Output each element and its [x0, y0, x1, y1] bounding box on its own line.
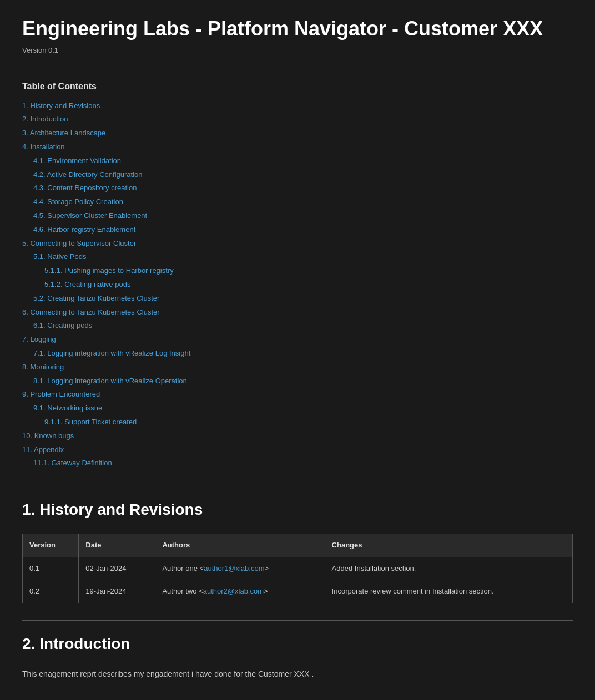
col-date: Date — [79, 534, 155, 557]
toc-item: 4.5. Supervisor Cluster Enablement — [22, 209, 573, 222]
toc-item: 5.1. Native Pods — [22, 250, 573, 263]
history-heading: 1. History and Revisions — [22, 498, 573, 523]
title-divider — [22, 68, 573, 68]
cell-version: 0.1 — [23, 557, 79, 580]
toc-item: 1. History and Revisions — [22, 99, 573, 112]
toc-link[interactable]: 4.1. Environment Validation — [33, 156, 121, 165]
cell-date: 19-Jan-2024 — [79, 580, 155, 603]
author-email-link[interactable]: author1@xlab.com — [204, 564, 264, 572]
history-intro-divider — [22, 620, 573, 621]
col-version: Version — [23, 534, 79, 557]
section-history: 1. History and Revisions Version Date Au… — [22, 498, 573, 603]
toc-item: 11. Appendix — [22, 443, 573, 456]
toc-link[interactable]: 2. Introduction — [22, 115, 68, 123]
toc-item: 10. Known bugs — [22, 429, 573, 442]
toc-link[interactable]: 8. Monitoring — [22, 363, 64, 371]
toc-item: 4.2. Active Directory Configuration — [22, 168, 573, 181]
cell-version: 0.2 — [23, 580, 79, 603]
toc-item: 8.1. Logging integration with vRealize O… — [22, 374, 573, 387]
section-introduction: 2. Introduction This enagement reprt des… — [22, 632, 573, 680]
toc-item: 6. Connecting to Tanzu Kubernetes Cluste… — [22, 306, 573, 318]
toc-section-divider — [22, 486, 573, 486]
toc-link[interactable]: 7.1. Logging integration with vRealize L… — [33, 349, 190, 357]
toc-item: 9. Problem Encountered — [22, 388, 573, 400]
toc-link[interactable]: 3. Architecture Landscape — [22, 129, 105, 137]
toc-link[interactable]: 4. Installation — [22, 143, 65, 151]
toc-item: 4.3. Content Repository creation — [22, 181, 573, 194]
toc-list: 1. History and Revisions2. Introduction3… — [22, 99, 573, 470]
toc-item: 6.1. Creating pods — [22, 319, 573, 332]
document-version: Version 0.1 — [22, 45, 573, 57]
toc-link[interactable]: 9. Problem Encountered — [22, 390, 100, 398]
toc-link[interactable]: 11.1. Gateway Definition — [33, 459, 112, 467]
toc-link[interactable]: 4.6. Harbor registry Enablement — [33, 225, 135, 234]
toc-item: 4.6. Harbor registry Enablement — [22, 223, 573, 236]
toc-link[interactable]: 4.3. Content Repository creation — [33, 184, 137, 192]
toc-item: 5.1.1. Pushing images to Harbor registry — [22, 264, 573, 277]
toc-link[interactable]: 5.1.1. Pushing images to Harbor registry — [44, 266, 174, 275]
toc-item: 5.2. Creating Tanzu Kubernetes Cluster — [22, 292, 573, 305]
toc-link[interactable]: 5. Connecting to Supervisor Cluster — [22, 239, 136, 247]
toc-link[interactable]: 10. Known bugs — [22, 432, 74, 440]
toc-link[interactable]: 9.1.1. Support Ticket created — [44, 418, 137, 426]
toc-item: 8. Monitoring — [22, 361, 573, 373]
toc-item: 9.1. Networking issue — [22, 402, 573, 414]
toc-item: 4.1. Environment Validation — [22, 154, 573, 167]
introduction-heading: 2. Introduction — [22, 632, 573, 657]
toc-link[interactable]: 5.1.2. Creating native pods — [44, 280, 130, 288]
col-changes: Changes — [325, 534, 572, 557]
toc-item: 4.4. Storage Policy Creation — [22, 195, 573, 208]
table-of-contents: Table of Contents 1. History and Revisio… — [22, 79, 573, 469]
toc-item: 5.1.2. Creating native pods — [22, 278, 573, 291]
toc-link[interactable]: 4.4. Storage Policy Creation — [33, 197, 123, 206]
toc-link[interactable]: 5.2. Creating Tanzu Kubernetes Cluster — [33, 294, 159, 302]
toc-link[interactable]: 9.1. Networking issue — [33, 404, 102, 412]
cell-changes: Added Installation section. — [325, 557, 572, 580]
toc-item: 3. Architecture Landscape — [22, 126, 573, 139]
cell-author: Author two <author2@xlab.com> — [155, 580, 325, 603]
toc-item: 7.1. Logging integration with vRealize L… — [22, 347, 573, 359]
toc-item: 2. Introduction — [22, 113, 573, 125]
revisions-table: Version Date Authors Changes 0.102-Jan-2… — [22, 534, 573, 603]
toc-link[interactable]: 5.1. Native Pods — [33, 252, 86, 261]
toc-item: 5. Connecting to Supervisor Cluster — [22, 237, 573, 250]
toc-item: 4. Installation — [22, 140, 573, 153]
toc-link[interactable]: 7. Logging — [22, 335, 56, 343]
toc-item: 9.1.1. Support Ticket created — [22, 415, 573, 428]
cell-changes: Incorporate review comment in Installati… — [325, 580, 572, 603]
document-title: Engineering Labs - Platform Navigator - … — [22, 17, 573, 40]
table-row: 0.102-Jan-2024Author one <author1@xlab.c… — [23, 557, 573, 580]
toc-item: 11.1. Gateway Definition — [22, 456, 573, 469]
author-email-link[interactable]: author2@xlab.com — [203, 587, 264, 595]
toc-item: 7. Logging — [22, 333, 573, 346]
toc-link[interactable]: 4.5. Supervisor Cluster Enablement — [33, 211, 147, 220]
introduction-body: This enagement reprt describes my engade… — [22, 668, 573, 680]
toc-link[interactable]: 6. Connecting to Tanzu Kubernetes Cluste… — [22, 308, 160, 316]
table-row: 0.219-Jan-2024Author two <author2@xlab.c… — [23, 580, 573, 603]
toc-link[interactable]: 4.2. Active Directory Configuration — [33, 170, 143, 179]
toc-title: Table of Contents — [22, 79, 573, 94]
toc-link[interactable]: 11. Appendix — [22, 445, 64, 454]
col-authors: Authors — [155, 534, 325, 557]
cell-author: Author one <author1@xlab.com> — [155, 557, 325, 580]
toc-link[interactable]: 6.1. Creating pods — [33, 321, 92, 329]
cell-date: 02-Jan-2024 — [79, 557, 155, 580]
toc-link[interactable]: 1. History and Revisions — [22, 102, 100, 110]
toc-link[interactable]: 8.1. Logging integration with vRealize O… — [33, 377, 187, 385]
